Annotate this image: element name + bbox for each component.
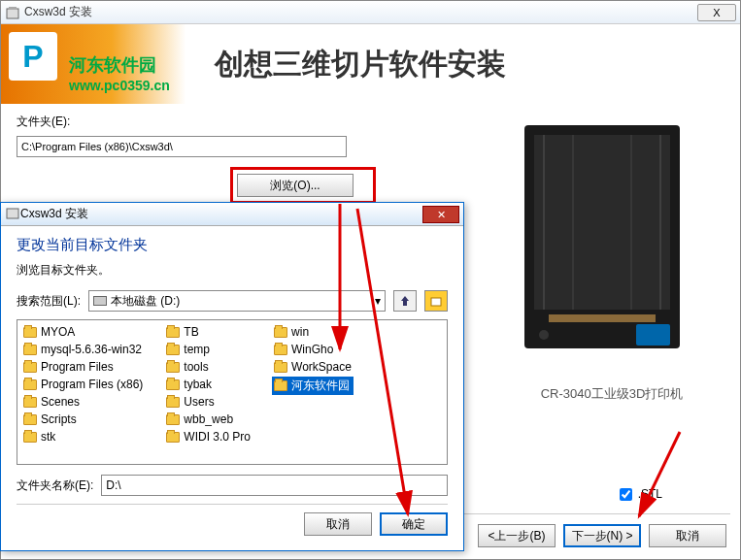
folder-item[interactable]: Scenes (21, 394, 145, 410)
dialog-title-bar: Cxsw3d 安装 ✕ (1, 203, 463, 226)
folder-item[interactable]: stk (21, 429, 145, 445)
folder-item-label: mysql-5.6.36-win32 (41, 343, 142, 356)
svg-rect-3 (534, 135, 670, 310)
banner: P 河东软件园 www.pc0359.cn 创想三维切片软件安装 (1, 24, 740, 104)
folder-item[interactable]: wbb_web (164, 412, 253, 427)
main-close-button[interactable]: X (697, 4, 736, 21)
new-folder-button[interactable] (424, 290, 448, 312)
stl-checkbox-row: .STL (620, 487, 662, 501)
folder-icon (166, 327, 180, 338)
folder-item[interactable]: Users (164, 394, 253, 410)
folder-item-label: TB (184, 325, 198, 339)
main-title-bar: Cxsw3d 安装 X (1, 1, 740, 24)
browse-dialog: Cxsw3d 安装 ✕ 更改当前目标文件夹 浏览目标文件夹。 搜索范围(L): … (0, 202, 464, 551)
folder-item[interactable]: Scripts (21, 412, 145, 427)
folder-icon (166, 432, 180, 443)
path-input[interactable] (17, 136, 347, 157)
folder-icon (23, 362, 37, 373)
folder-icon (23, 327, 37, 338)
folder-item[interactable]: WIDI 3.0 Pro (164, 429, 253, 445)
folder-icon (166, 379, 180, 390)
printer-image: CR-3040工业级3D打印机 (495, 106, 728, 436)
folder-item-label: Scenes (41, 395, 80, 409)
folder-icon (274, 380, 287, 391)
folder-item-label: MYOA (41, 325, 75, 339)
drive-icon (93, 296, 107, 306)
svg-rect-1 (9, 7, 17, 10)
watermark-url: www.pc0359.cn (69, 78, 170, 93)
search-label: 搜索范围(L): (17, 293, 81, 310)
folder-item-label: tybak (184, 378, 212, 391)
name-label: 文件夹名称(E): (17, 478, 93, 494)
installer-icon (5, 5, 20, 20)
dialog-cancel-button[interactable]: 取消 (304, 512, 372, 536)
folder-item[interactable]: MYOA (21, 324, 145, 340)
folder-item-label: WorkSpace (291, 360, 352, 374)
dialog-button-row: 取消 确定 (17, 512, 448, 536)
folder-item-label: win (291, 325, 309, 339)
browse-button[interactable]: 浏览(O)... (237, 174, 354, 197)
folder-item-label: WIDI 3.0 Pro (184, 430, 251, 444)
folder-item[interactable]: temp (164, 342, 253, 357)
folder-item[interactable]: tybak (164, 377, 253, 392)
folder-icon (274, 362, 287, 373)
folder-icon (23, 432, 37, 443)
watermark-text: 河东软件园 (69, 53, 156, 77)
back-button[interactable]: <上一步(B) (478, 524, 556, 547)
folder-icon (166, 414, 180, 425)
folder-icon (23, 414, 37, 425)
svg-rect-9 (636, 324, 670, 346)
creality-logo: P (9, 32, 67, 90)
folder-icon (23, 379, 37, 390)
main-title: Cxsw3d 安装 (24, 4, 697, 20)
folder-item-label: Users (184, 395, 214, 409)
folder-icon (23, 345, 37, 355)
folder-item-label: WinGho (291, 343, 333, 356)
dialog-separator (17, 504, 448, 505)
folder-item-label: wbb_web (184, 412, 233, 426)
dialog-subtext: 浏览目标文件夹。 (17, 262, 448, 279)
folder-item-label: Program Files (41, 360, 114, 374)
dialog-title: Cxsw3d 安装 (20, 206, 422, 222)
folder-item[interactable]: tools (164, 359, 253, 375)
svg-rect-8 (549, 314, 656, 322)
browse-highlight: 浏览(O)... (230, 167, 376, 204)
folder-icon (166, 362, 180, 373)
dialog-close-button[interactable]: ✕ (422, 206, 459, 223)
folder-icon (274, 327, 287, 338)
dialog-icon (5, 205, 20, 224)
folder-item[interactable]: TB (164, 324, 253, 340)
svg-rect-11 (7, 209, 18, 218)
folder-item[interactable]: WinGho (272, 342, 354, 357)
folder-name-input[interactable] (101, 475, 448, 496)
folder-item[interactable]: WorkSpace (272, 359, 354, 375)
up-folder-button[interactable] (393, 290, 417, 312)
dialog-ok-button[interactable]: 确定 (380, 512, 448, 536)
main-button-row: <上一步(B) 下一步(N) > 取消 (478, 524, 726, 547)
stl-checkbox[interactable] (620, 488, 632, 501)
banner-title: 创想三维切片软件安装 (215, 45, 506, 84)
folder-item-label: Program Files (x86) (41, 378, 143, 391)
folder-item-label: tools (184, 360, 208, 374)
folder-item[interactable]: win (272, 324, 354, 340)
folder-item[interactable]: Program Files (x86) (21, 377, 145, 392)
cancel-button[interactable]: 取消 (649, 524, 726, 547)
folder-item-label: temp (184, 343, 210, 356)
next-button[interactable]: 下一步(N) > (563, 524, 641, 547)
folder-icon (23, 397, 37, 408)
drive-select[interactable]: 本地磁盘 (D:) ▾ (88, 290, 386, 312)
folder-icon (166, 345, 180, 355)
folder-item[interactable]: Program Files (21, 359, 145, 375)
folder-item-label: 河东软件园 (291, 378, 350, 394)
stl-label: .STL (638, 487, 662, 501)
file-list[interactable]: MYOAmysql-5.6.36-win32Program FilesProgr… (17, 319, 448, 465)
search-row: 搜索范围(L): 本地磁盘 (D:) ▾ (17, 290, 448, 312)
folder-icon (274, 345, 287, 355)
folder-item[interactable]: mysql-5.6.36-win32 (21, 342, 145, 357)
dialog-heading: 更改当前目标文件夹 (17, 236, 448, 254)
printer-caption: CR-3040工业级3D打印机 (495, 385, 728, 403)
folder-item[interactable]: 河东软件园 (272, 377, 354, 395)
name-row: 文件夹名称(E): (17, 475, 448, 496)
folder-item-label: stk (41, 430, 55, 444)
svg-rect-0 (7, 9, 18, 18)
